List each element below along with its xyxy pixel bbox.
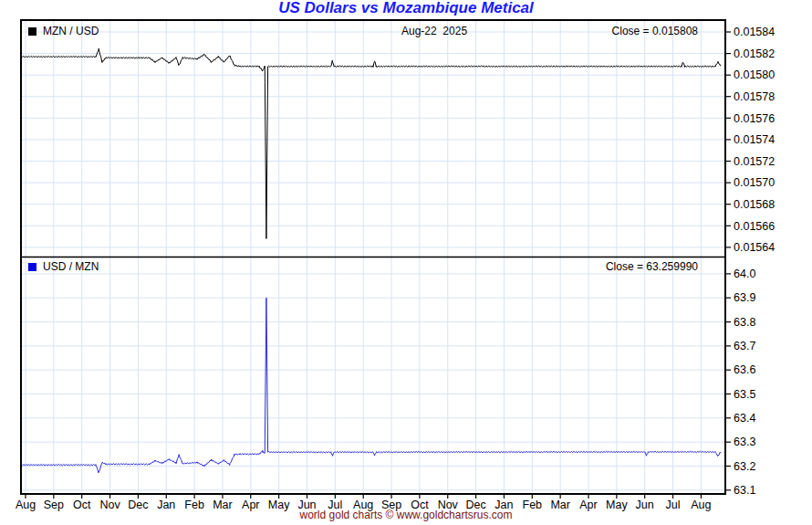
legend-label-usd-mzn: USD / MZN (43, 261, 99, 273)
y-tick-label: 63.3 (734, 436, 755, 448)
legend-label-mzn-usd: MZN / USD (43, 26, 99, 37)
y-tick-label: 0.01584 (734, 26, 775, 38)
legend-usd-mzn: USD / MZN (28, 261, 99, 273)
y-tick-label: 0.01578 (734, 90, 775, 103)
chart-title: US Dollars vs Mozambique Metical (0, 2, 812, 14)
y-tick-label: 63.9 (734, 291, 755, 304)
y-tick-label: 63.7 (734, 340, 755, 352)
y-tick-label: 63.6 (734, 363, 755, 376)
y-tick-label: 0.01574 (734, 133, 775, 146)
y-tick-label: 0.01570 (734, 176, 775, 189)
price-line-usd-mzn (21, 298, 720, 473)
mzn-usd-legend-swatch-icon (28, 27, 36, 36)
chart-window: 0.015840.015820.015800.015780.015760.015… (0, 0, 812, 525)
y-tick-label: 63.5 (734, 388, 755, 401)
as-of-date-label: Aug-22 2025 (401, 26, 467, 37)
y-tick-label: 63.1 (734, 484, 755, 497)
usd-mzn-legend-swatch-icon (28, 263, 36, 271)
y-tick-label: 0.01576 (734, 112, 775, 125)
source-credit: world gold charts © www.goldchartsrus.co… (0, 509, 812, 521)
y-tick-label: 0.01568 (734, 198, 775, 211)
y-tick-label: 0.01566 (734, 220, 775, 233)
y-tick-label: 0.01564 (734, 241, 775, 254)
y-tick-label: 0.01582 (734, 47, 775, 60)
close-value-usd-mzn: Close = 63.259990 (511, 261, 698, 273)
y-tick-label: 64.0 (734, 268, 755, 280)
close-value-mzn-usd: Close = 0.015808 (511, 26, 698, 37)
y-tick-label: 0.01572 (734, 155, 775, 168)
y-tick-label: 63.4 (734, 412, 755, 425)
y-tick-label: 63.8 (734, 316, 755, 329)
y-axis: 0.015840.015820.015800.015780.015760.015… (725, 26, 775, 497)
y-tick-label: 63.2 (734, 460, 755, 473)
legend-mzn-usd: MZN / USD (28, 26, 99, 37)
y-tick-label: 0.01580 (734, 68, 775, 81)
price-line-mzn-usd (21, 48, 720, 238)
